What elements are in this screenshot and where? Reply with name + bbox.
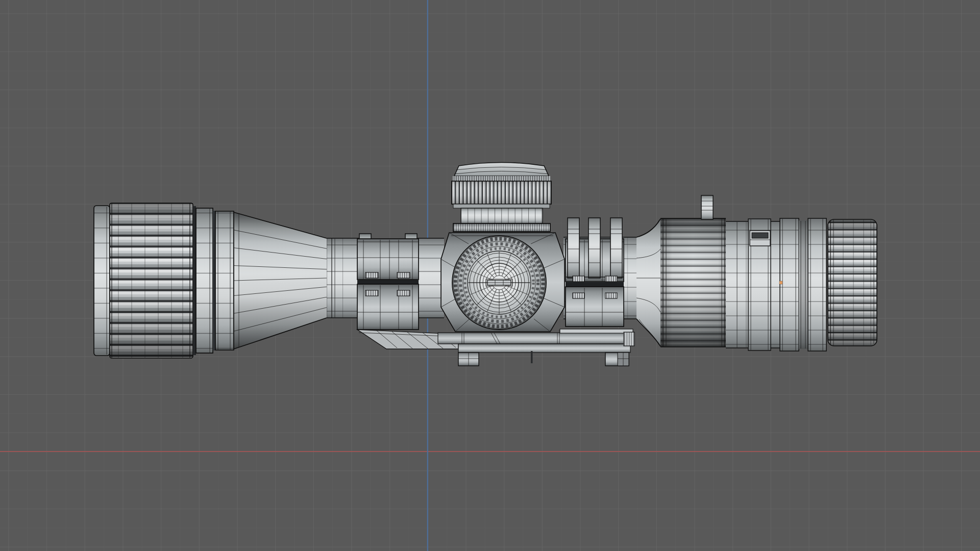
viewport-3d[interactable] — [0, 0, 980, 551]
object-origin-marker[interactable] — [779, 281, 782, 284]
eyepiece — [94, 203, 234, 358]
scope-ring-mount-1 — [357, 234, 419, 330]
turret-housing — [441, 163, 565, 332]
scope-ring-mount-2 — [566, 218, 624, 327]
side-turret-dial — [452, 236, 546, 330]
rail-pin — [531, 351, 533, 363]
bell-top-tab — [701, 195, 713, 219]
rail-upper-bar — [438, 333, 633, 344]
elevation-turret-dome — [454, 163, 549, 177]
rail-lower-bar — [458, 344, 630, 353]
